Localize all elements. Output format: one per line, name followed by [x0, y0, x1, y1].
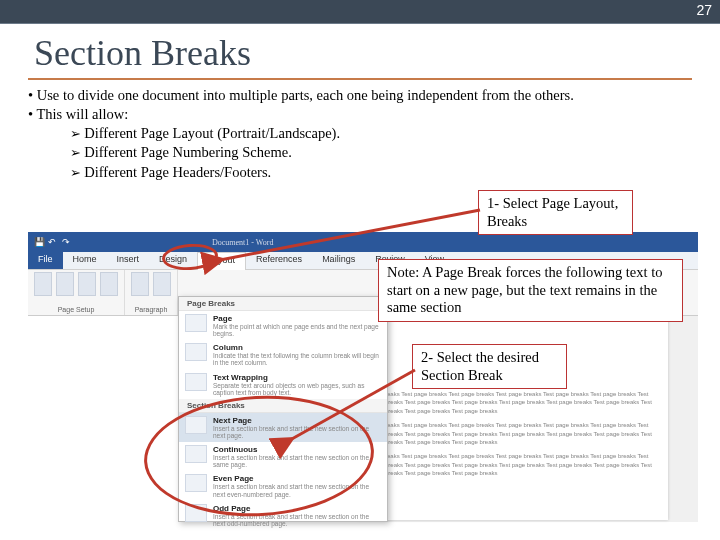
size-icon[interactable] [78, 272, 96, 296]
tab-home[interactable]: Home [63, 252, 107, 269]
sub-bullet-1: Different Page Layout (Portrait/Landscap… [70, 124, 692, 143]
tab-file[interactable]: File [28, 252, 63, 269]
indent-icon[interactable] [131, 272, 149, 296]
sample-text: age breaks Test page breaks Test page br… [370, 390, 656, 415]
sub-bullet-2: Different Page Numbering Scheme. [70, 143, 692, 162]
orientation-icon[interactable] [56, 272, 74, 296]
column-break-icon [185, 343, 207, 361]
undo-icon[interactable]: ↶ [48, 237, 58, 247]
group-label-2: Paragraph [131, 306, 171, 313]
group-label-1: Page Setup [34, 306, 118, 313]
bullet-1: Use to divide one document into multiple… [28, 86, 692, 105]
bullet-2: This will allow: [28, 105, 692, 124]
save-icon[interactable]: 💾 [34, 237, 44, 247]
redo-icon[interactable]: ↷ [62, 237, 72, 247]
quick-access-toolbar: 💾 ↶ ↷ [28, 237, 72, 247]
dropdown-header-pagebreaks: Page Breaks [179, 297, 387, 311]
arrow-2 [280, 420, 430, 464]
callout-1: 1- Select Page Layout, Breaks [478, 190, 633, 235]
page-break-icon [185, 314, 207, 332]
page-number: 27 [696, 2, 712, 18]
arrow-1 [210, 250, 490, 274]
margins-icon[interactable] [34, 272, 52, 296]
textwrap-break-icon [185, 373, 207, 391]
dropdown-item-column[interactable]: ColumnIndicate that the text following t… [179, 340, 387, 369]
ribbon-group-paragraph: Paragraph [125, 270, 178, 315]
callout-3: 2- Select the desired Section Break [412, 344, 567, 389]
columns-icon[interactable] [100, 272, 118, 296]
document-title: Document1 - Word [212, 238, 273, 247]
spacing-icon[interactable] [153, 272, 171, 296]
dropdown-item-page[interactable]: PageMark the point at which one page end… [179, 311, 387, 340]
tab-insert[interactable]: Insert [107, 252, 150, 269]
top-bar: 27 [0, 0, 720, 24]
sub-bullet-3: Different Page Headers/Footers. [70, 163, 692, 182]
ribbon-group-pagesetup: Page Setup [28, 270, 125, 315]
content-area: Use to divide one document into multiple… [0, 80, 720, 182]
dropdown-item-textwrap[interactable]: Text WrappingSeparate text around object… [179, 370, 387, 399]
slide-title: Section Breaks [34, 32, 720, 74]
